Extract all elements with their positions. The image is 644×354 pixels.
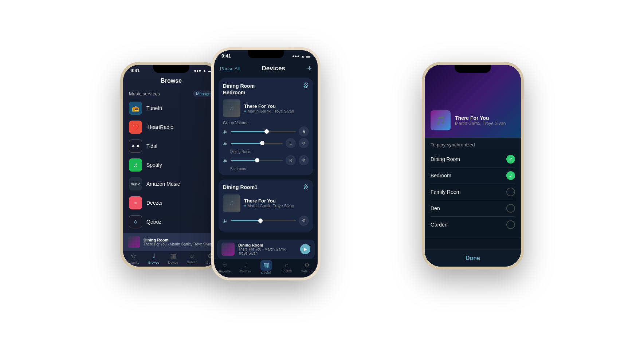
manage-button[interactable]: Manage (193, 91, 213, 97)
service-name: Spotify (146, 162, 162, 168)
music-services-label: Music services (129, 91, 160, 97)
center-status-icons: ●●● ▲ ▬ (292, 54, 310, 58)
album-art-image: 🎵 (223, 99, 240, 117)
right-track-title: There For You (455, 115, 506, 121)
track-artist-2: ● Martin Garrix, Troye Sivan (244, 204, 309, 208)
sync-room-family[interactable]: Family Room (431, 184, 515, 200)
nav-device-center[interactable]: ▦ Device (260, 260, 272, 275)
track-artist: ● Martin Garrix, Troye Sivan (244, 109, 309, 113)
bathroom-gear-button[interactable]: ⚙ (299, 155, 309, 165)
track-info: There For You ● Martin Garrix, Troye Siv… (244, 103, 309, 113)
link-icon[interactable]: ⛓ (303, 83, 309, 89)
nav-search-center[interactable]: ⌕ Search (281, 261, 292, 273)
bathroom-volume-fill (231, 160, 257, 161)
service-name: Amazon Music (146, 181, 180, 187)
search-icon-center: ⌕ (285, 261, 288, 269)
nav-device[interactable]: ▦ Device (168, 252, 178, 264)
list-item[interactable]: ❤️ iHeartRadio (123, 118, 219, 137)
list-item[interactable]: ≋ Deezer (123, 193, 219, 212)
device-group-header: Dining RoomBedroom ⛓ (223, 83, 309, 96)
check-family[interactable] (506, 188, 515, 196)
center-phone-content: 9:41 ●●● ▲ ▬ Pause All Devices + Dining … (214, 50, 318, 278)
sync-room-garden[interactable]: Garden (431, 217, 515, 233)
scene: 9:41 ●●● ▲ ▬ Browse Music services Manag… (0, 0, 644, 354)
center-album-thumb (221, 243, 235, 256)
left-phone-content: 9:41 ●●● ▲ ▬ Browse Music services Manag… (123, 65, 219, 267)
bathroom-vol-icon: 🔈 (223, 158, 228, 163)
list-item[interactable]: 📻 TuneIn (123, 99, 219, 118)
right-track-artist: Martin Garrix, Troye Sivan (455, 121, 506, 126)
favorite-icon: ☆ (130, 252, 136, 260)
list-item[interactable]: Q Qobuz (123, 212, 219, 231)
spotify-icon: ♬ (129, 158, 142, 172)
sync-room-dining[interactable]: Dining Room ✓ (431, 151, 515, 168)
left-player-bar[interactable]: Dining Room There For You - Martin Garri… (123, 233, 219, 251)
right-notch (455, 65, 491, 73)
check-dining[interactable]: ✓ (506, 155, 515, 164)
left-album-thumb (128, 236, 140, 248)
done-button[interactable]: Done (425, 249, 521, 267)
dining1-gear-button[interactable]: ⚙ (299, 216, 309, 226)
right-album-art: 🎵 (431, 110, 451, 130)
album-art: 🎵 (223, 99, 240, 117)
tidal-icon: ✦✦ (129, 139, 142, 153)
nav-label-settings: Settings (301, 270, 313, 273)
room-l-button[interactable]: L (286, 138, 296, 148)
device-icon: ▦ (170, 252, 176, 260)
room-gear-button[interactable]: ⚙ (299, 138, 309, 148)
check-bedroom[interactable]: ✓ (506, 171, 515, 180)
check-den[interactable] (506, 204, 515, 213)
nav-label-favorite: Favorite (219, 270, 231, 273)
nav-search[interactable]: ⌕ Search (187, 252, 197, 264)
nav-label: Device (168, 261, 178, 264)
add-device-button[interactable]: + (307, 64, 312, 73)
play-button[interactable]: ▶ (300, 244, 310, 254)
check-garden[interactable] (506, 220, 515, 229)
right-track-info: There For You Martin Garrix, Troye Sivan (455, 115, 506, 126)
center-notch (248, 50, 284, 58)
track-info-2: There For You ● Martin Garrix, Troye Siv… (244, 198, 309, 208)
nav-label-device: Device (261, 271, 271, 275)
settings-icon-center: ⚙ (304, 261, 310, 269)
track-title: There For You (244, 103, 309, 109)
room-vol-icon: 🔈 (223, 141, 228, 146)
room-name-dining: Dining Room (230, 150, 309, 154)
sync-room-bedroom[interactable]: Bedroom ✓ (431, 168, 515, 184)
nav-label: Search (187, 260, 197, 264)
room-name-bedroom-sync: Bedroom (431, 173, 451, 178)
room-name-family-sync: Family Room (431, 189, 460, 195)
group-name-2: Dining Room1 (223, 184, 258, 190)
left-player-info: Dining Room There For You - Martin Garri… (144, 238, 214, 246)
bathroom-volume-track[interactable] (231, 160, 283, 161)
nav-favorite[interactable]: ☆ Favorite (127, 252, 140, 264)
nav-browse-center[interactable]: ♩ Browse (240, 261, 251, 273)
sync-section: To play synchronized Dining Room ✓ Bedro… (425, 138, 521, 237)
link-icon-2[interactable]: ⛓ (303, 184, 309, 190)
deezer-icon: ≋ (129, 196, 142, 209)
list-item[interactable]: ♬ Spotify (123, 156, 219, 174)
service-name: Tidal (146, 143, 157, 149)
dining1-volume-track[interactable] (231, 220, 296, 221)
nav-label: Browse (148, 261, 159, 264)
list-item[interactable]: music Amazon Music (123, 174, 219, 193)
list-item[interactable]: ✦✦ Tidal (123, 137, 219, 156)
pause-all-button[interactable]: Pause All (220, 66, 240, 71)
nav-settings-center[interactable]: ⚙ Settings (301, 261, 313, 273)
room-r-button[interactable]: R (286, 155, 296, 165)
room-name-den-sync: Den (431, 205, 440, 211)
group-volume-thumb (264, 129, 269, 134)
left-phone: 9:41 ●●● ▲ ▬ Browse Music services Manag… (120, 62, 222, 270)
collapse-button[interactable]: ∧ (299, 126, 309, 137)
device-group-header-2: Dining Room1 ⛓ (223, 184, 309, 190)
room-volume-thumb (260, 141, 264, 145)
room-volume-row-dining: 🔈 L ⚙ (223, 138, 309, 148)
nav-favorite-center[interactable]: ☆ Favorite (219, 261, 231, 273)
room-volume-track[interactable] (231, 143, 283, 144)
group-volume-track[interactable] (231, 131, 296, 132)
nav-browse[interactable]: ♩ Browse (148, 252, 159, 264)
sync-room-den[interactable]: Den (431, 200, 515, 217)
right-phone-content: 🎵 There For You Martin Garrix, Troye Siv… (425, 65, 521, 267)
center-player-bar[interactable]: Dining Room There For You - Martin Garri… (217, 240, 315, 259)
group-name: Dining RoomBedroom (223, 83, 255, 96)
left-player-track: There For You - Martin Garrix, Troye Siv… (144, 242, 214, 246)
